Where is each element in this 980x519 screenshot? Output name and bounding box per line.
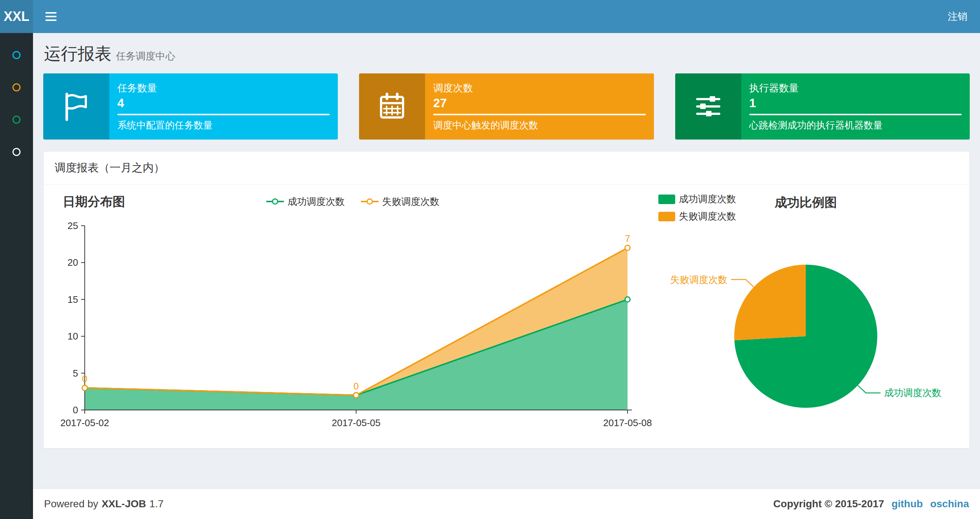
line-series-marker-icon bbox=[361, 198, 379, 205]
info-box-description: 调度中心触发的调度次数 bbox=[433, 119, 646, 132]
legend-item-fail[interactable]: 失败调度次数 bbox=[659, 210, 736, 223]
circle-icon bbox=[13, 51, 21, 59]
svg-text:7: 7 bbox=[625, 233, 630, 244]
flag-icon bbox=[43, 73, 109, 139]
line-series-marker-icon bbox=[266, 198, 284, 205]
content-area: 运行报表任务调度中心 任务数量 4 bbox=[33, 33, 980, 488]
svg-text:失败调度次数: 失败调度次数 bbox=[670, 274, 727, 285]
info-box-content: 调度次数 27 调度中心触发的调度次数 bbox=[425, 73, 654, 139]
oschina-link[interactable]: oschina bbox=[930, 498, 969, 510]
page-subtitle: 任务调度中心 bbox=[116, 51, 175, 62]
app-logo[interactable]: XXL bbox=[0, 0, 33, 33]
panel-title: 调度报表（一月之内） bbox=[44, 152, 969, 185]
svg-text:10: 10 bbox=[67, 331, 78, 342]
hamburger-icon bbox=[46, 12, 56, 14]
info-box-value: 4 bbox=[118, 96, 330, 110]
circle-icon bbox=[13, 116, 21, 124]
legend-item-fail[interactable]: 失败调度次数 bbox=[361, 195, 439, 208]
svg-text:25: 25 bbox=[67, 220, 78, 231]
report-panel: 调度报表（一月之内） 日期分布图 成功调度次数 bbox=[43, 151, 970, 449]
info-box-value: 1 bbox=[749, 96, 962, 110]
info-box-row: 任务数量 4 系统中配置的任务数量 bbox=[33, 73, 980, 139]
line-chart-legend: 成功调度次数 失败调度次数 bbox=[266, 195, 439, 208]
top-navbar: XXL 注销 bbox=[0, 0, 980, 33]
sidebar-item-report[interactable] bbox=[0, 39, 33, 71]
github-link[interactable]: github bbox=[892, 498, 923, 510]
line-chart-title: 日期分布图 bbox=[63, 193, 125, 210]
sidebar-item-help[interactable] bbox=[0, 136, 33, 168]
info-box-jobs: 任务数量 4 系统中配置的任务数量 bbox=[43, 73, 338, 139]
legend-item-success[interactable]: 成功调度次数 bbox=[266, 195, 345, 208]
circle-icon bbox=[13, 148, 21, 156]
xxl-job-dashboard: XXL 注销 bbox=[0, 0, 980, 519]
info-box-description: 系统中配置的任务数量 bbox=[118, 119, 330, 132]
svg-text:0: 0 bbox=[82, 373, 87, 384]
content-header: 运行报表任务调度中心 bbox=[33, 33, 980, 65]
progress-bar bbox=[749, 114, 962, 115]
pie-chart-svg[interactable]: 成功调度次数失败调度次数 bbox=[652, 191, 960, 433]
page-title: 运行报表任务调度中心 bbox=[44, 43, 969, 65]
info-box-title: 任务数量 bbox=[118, 81, 330, 95]
legend-label: 失败调度次数 bbox=[679, 210, 736, 223]
svg-text:0: 0 bbox=[73, 404, 78, 415]
sidebar-item-log[interactable] bbox=[0, 104, 33, 136]
powered-by: Powered by XXL-JOB 1.7 bbox=[44, 498, 164, 510]
svg-text:成功调度次数: 成功调度次数 bbox=[884, 387, 942, 398]
navbar-main: 注销 bbox=[33, 0, 980, 33]
powered-by-text: Powered by bbox=[44, 498, 98, 510]
info-box-title: 调度次数 bbox=[433, 81, 646, 95]
calendar-icon bbox=[359, 73, 425, 139]
copyright-text: Copyright © 2015-2017 bbox=[773, 498, 884, 510]
success-ratio-chart: 成功调度次数 失败调度次数 成功比例图 成功调度次数失败调度次数 bbox=[652, 191, 960, 439]
circle-icon bbox=[13, 83, 21, 91]
svg-text:5: 5 bbox=[73, 368, 78, 379]
progress-bar bbox=[118, 114, 330, 115]
info-box-title: 执行器数量 bbox=[749, 81, 962, 95]
version-text: 1.7 bbox=[149, 498, 164, 510]
footer: Powered by XXL-JOB 1.7 Copyright © 2015-… bbox=[33, 488, 980, 519]
svg-text:15: 15 bbox=[67, 294, 78, 305]
sidebar-item-job[interactable] bbox=[0, 71, 33, 104]
sidebar bbox=[0, 33, 33, 519]
date-distribution-chart: 日期分布图 成功调度次数 失败调度次数 bbox=[54, 191, 652, 439]
line-chart-svg[interactable]: 05101520252017-05-022017-05-052017-05-08… bbox=[54, 212, 652, 439]
panel-body: 日期分布图 成功调度次数 失败调度次数 bbox=[44, 185, 969, 448]
svg-text:0: 0 bbox=[353, 381, 359, 392]
info-box-value: 27 bbox=[433, 96, 646, 110]
product-name: XXL-JOB bbox=[102, 498, 146, 510]
copyright: Copyright © 2015-2017 github oschina bbox=[773, 498, 969, 510]
sliders-icon bbox=[675, 73, 741, 139]
svg-text:2017-05-02: 2017-05-02 bbox=[60, 417, 109, 428]
info-box-triggers: 调度次数 27 调度中心触发的调度次数 bbox=[359, 73, 654, 139]
pie-series-marker-icon bbox=[659, 212, 675, 221]
info-box-content: 任务数量 4 系统中配置的任务数量 bbox=[109, 73, 338, 139]
progress-bar bbox=[433, 114, 646, 115]
svg-text:20: 20 bbox=[67, 257, 78, 268]
sidebar-toggle-button[interactable] bbox=[33, 0, 69, 33]
info-box-executors: 执行器数量 1 心跳检测成功的执行器机器数量 bbox=[675, 73, 970, 139]
logout-link[interactable]: 注销 bbox=[935, 0, 980, 33]
svg-text:2017-05-08: 2017-05-08 bbox=[603, 417, 652, 428]
info-box-description: 心跳检测成功的执行器机器数量 bbox=[749, 119, 962, 132]
legend-label: 失败调度次数 bbox=[382, 195, 439, 208]
legend-label: 成功调度次数 bbox=[288, 195, 345, 208]
svg-text:2017-05-05: 2017-05-05 bbox=[332, 417, 381, 428]
pie-chart-title: 成功比例图 bbox=[652, 194, 960, 211]
info-box-content: 执行器数量 1 心跳检测成功的执行器机器数量 bbox=[741, 73, 970, 139]
